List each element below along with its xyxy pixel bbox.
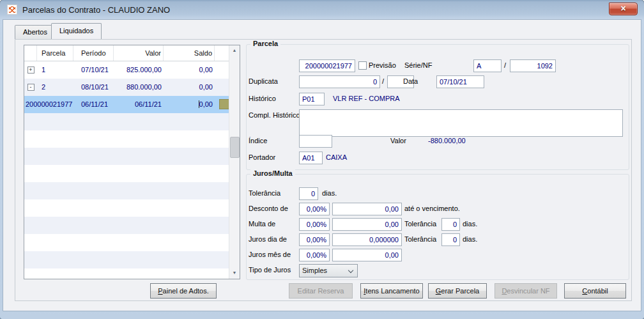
table-row-empty[interactable]: [24, 148, 229, 165]
chevron-down-icon: [348, 268, 353, 273]
scroll-up-icon[interactable]: ▲: [229, 45, 240, 56]
scroll-down-icon[interactable]: ▼: [229, 268, 240, 279]
cell-saldo: 0,00: [164, 61, 215, 79]
serie-nf-separator: /: [504, 61, 506, 69]
group-parcela: Parcela 200000021977 Previsão Série/NF A…: [246, 44, 629, 170]
data-field[interactable]: 07/10/21: [436, 75, 484, 88]
dialog-body: Abertos Liquidados Parcela Período Valor…: [3, 19, 641, 311]
column-header-periodo[interactable]: Período: [73, 45, 114, 61]
historico-label: Histórico: [249, 95, 276, 102]
compl-historico-label: Compl. Histórico: [249, 111, 300, 119]
compl-historico-field[interactable]: [299, 109, 623, 137]
indice-field[interactable]: [299, 135, 332, 148]
parcela-number-field[interactable]: 200000021977: [299, 59, 355, 72]
table-row-empty[interactable]: [24, 182, 229, 199]
multa-valor-field[interactable]: 0,00: [332, 218, 402, 231]
tipo-juros-label: Tipo de Juros: [249, 266, 291, 274]
juros-dia-valor-field[interactable]: 0,000000: [332, 233, 402, 246]
valor-value: -880.000,00: [428, 137, 466, 144]
vertical-scrollbar[interactable]: ▲ ▼: [229, 45, 240, 279]
juros-dia-dias-label: dias.: [463, 235, 477, 243]
column-header-parcela[interactable]: Parcela: [37, 45, 73, 61]
duplicata-field[interactable]: 0: [299, 75, 380, 88]
group-title: Juros/Multa: [250, 169, 295, 177]
cell-parcela: 2: [37, 79, 73, 96]
multa-tolerancia-field[interactable]: 0: [441, 218, 460, 231]
table-row-empty[interactable]: [24, 251, 229, 268]
tab-liquidados[interactable]: Liquidados: [51, 23, 102, 39]
juros-dia-label: Juros dia de: [249, 235, 287, 243]
scrollbar-track[interactable]: [229, 56, 240, 268]
tipo-juros-select[interactable]: Simples: [299, 264, 358, 277]
tab-label: Abertos: [23, 28, 47, 36]
juros-dia-pct-field[interactable]: 0,00%: [299, 233, 330, 246]
table-row[interactable]: - 2 08/10/21 880.000,00 0,00: [24, 79, 229, 96]
tab-label: Liquidados: [59, 27, 93, 35]
column-header-saldo[interactable]: Saldo: [164, 45, 215, 61]
parcelas-table: Parcela Período Valor Saldo + 1 07/10/21…: [24, 45, 240, 279]
cell-valor: 880.000,00: [114, 79, 164, 96]
column-header-valor[interactable]: Valor: [114, 45, 164, 61]
table-row[interactable]: + 1 07/10/21 825.000,00 0,00: [24, 61, 229, 79]
juros-mes-valor-field[interactable]: 0,00: [332, 249, 402, 261]
multa-tolerancia-label: Tolerância: [404, 220, 436, 228]
contabil-button[interactable]: Contábil: [564, 283, 626, 299]
cell-valor: 06/11/21: [114, 96, 164, 113]
juros-mes-label: Juros mês de: [249, 251, 291, 258]
table-row-empty[interactable]: [24, 217, 229, 234]
portador-code-field[interactable]: A01: [299, 152, 323, 164]
table-row-empty[interactable]: [24, 130, 229, 148]
desconto-pct-field[interactable]: 0,00%: [299, 203, 330, 215]
tolerancia-field[interactable]: 0: [299, 187, 318, 200]
cell-valor: 825.000,00: [114, 61, 164, 79]
gerar-parcela-button[interactable]: Gerar Parcela: [428, 283, 487, 299]
table-row-empty[interactable]: [24, 268, 229, 279]
table-header: Parcela Período Valor Saldo: [24, 45, 229, 61]
tipo-juros-value: Simples: [302, 267, 327, 274]
table-row-empty[interactable]: [24, 165, 229, 182]
nf-field[interactable]: 1092: [510, 59, 556, 72]
group-title: Parcela: [250, 40, 280, 47]
historico-code-field[interactable]: P01: [299, 93, 325, 105]
data-label: Data: [403, 77, 418, 85]
group-juros-multa: Juros/Multa Tolerância 0 dias. Desconto …: [246, 174, 629, 280]
dias-label: dias.: [322, 189, 337, 197]
dialog-window: Parcelas do Contrato - CLAUDIO ZANO × Ab…: [0, 0, 644, 319]
desconto-label: Desconto de: [249, 205, 288, 212]
app-icon: [7, 4, 17, 15]
editar-reserva-button[interactable]: Editar Reserva: [289, 283, 353, 299]
cell-periodo: 06/11/21: [73, 96, 114, 113]
multa-pct-field[interactable]: 0,00%: [299, 218, 330, 231]
indice-label: Índice: [249, 137, 267, 144]
desvincular-nf-button[interactable]: Desvincular NF: [494, 283, 557, 299]
scrollbar-thumb[interactable]: [230, 137, 240, 158]
previsao-checkbox[interactable]: [358, 61, 367, 70]
juros-dia-tolerancia-field[interactable]: 0: [441, 233, 460, 246]
desconto-suffix-label: até o vencimento.: [404, 205, 460, 212]
portador-description: CAIXA: [326, 153, 347, 161]
tree-collapse-icon[interactable]: -: [27, 84, 34, 91]
close-icon[interactable]: ×: [609, 3, 638, 15]
table-empty-rows: [24, 113, 229, 279]
painel-de-adtos-button[interactable]: Painel de Adtos.: [150, 283, 217, 299]
tree-expand-icon[interactable]: +: [27, 66, 34, 74]
duplicata-separator: /: [382, 77, 384, 85]
multa-dias-label: dias.: [463, 220, 477, 228]
itens-lancamento-button[interactable]: Itens Lancamento: [360, 283, 423, 299]
row-indicator[interactable]: [219, 99, 229, 109]
historico-description: VLR REF - COMPRA: [333, 95, 400, 102]
juros-mes-pct-field[interactable]: 0,00%: [299, 249, 330, 261]
cell-parcela: 1: [37, 61, 73, 79]
desconto-valor-field[interactable]: 0,00: [332, 203, 402, 215]
tab-abertos[interactable]: Abertos: [15, 25, 56, 39]
table-row-selected[interactable]: 200000021977 06/11/21 06/11/21 0,00: [24, 96, 229, 113]
table-row-empty[interactable]: [24, 234, 229, 251]
table-row-empty[interactable]: [24, 113, 229, 130]
serie-field[interactable]: A: [473, 59, 502, 72]
portador-label: Portador: [249, 153, 275, 161]
valor-label: Valor: [390, 137, 406, 144]
title-bar[interactable]: Parcelas do Contrato - CLAUDIO ZANO ×: [0, 0, 644, 19]
table-row-empty[interactable]: [24, 199, 229, 217]
serie-nf-label: Série/NF: [404, 61, 432, 69]
window-title: Parcelas do Contrato - CLAUDIO ZANO: [22, 5, 170, 15]
